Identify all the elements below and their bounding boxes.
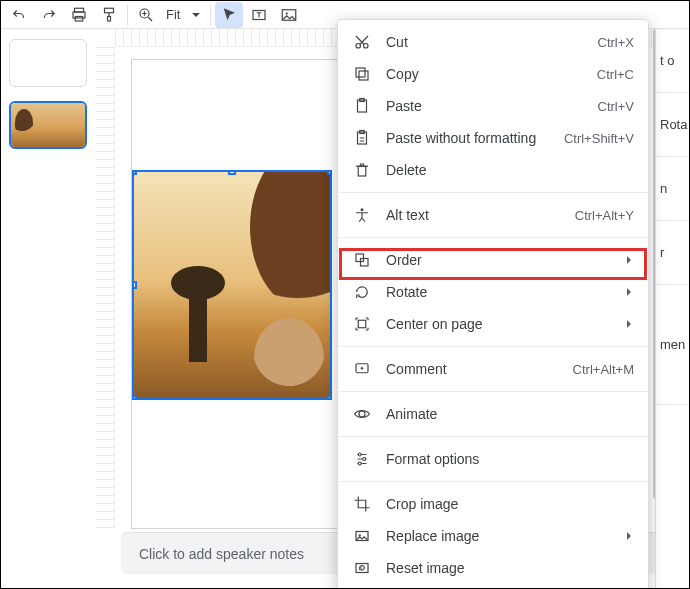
svg-point-25	[363, 458, 366, 461]
menu-label: Alt text	[386, 207, 429, 223]
print-button[interactable]	[65, 2, 93, 28]
copy-icon	[352, 64, 372, 84]
menu-animate[interactable]: Animate	[338, 398, 648, 430]
replace-image-icon	[352, 526, 372, 546]
menu-separator	[338, 237, 648, 238]
crop-icon	[352, 494, 372, 514]
svg-rect-2	[75, 16, 83, 21]
svg-point-8	[286, 12, 288, 14]
separator	[127, 5, 128, 25]
svg-point-10	[364, 44, 369, 49]
submenu-caret-icon	[624, 528, 634, 544]
zoom-in-icon[interactable]	[132, 2, 160, 28]
image-tool-button[interactable]	[275, 2, 303, 28]
image-content	[254, 318, 324, 398]
menu-label: Replace image	[386, 528, 479, 544]
menu-copy[interactable]: Copy Ctrl+C	[338, 58, 648, 90]
selected-image[interactable]	[132, 170, 332, 400]
svg-point-23	[359, 411, 365, 417]
menu-shortcut: Ctrl+Alt+Y	[575, 208, 634, 223]
paint-format-button[interactable]	[95, 2, 123, 28]
vertical-ruler	[97, 47, 115, 528]
menu-separator	[338, 192, 648, 193]
menu-label: Rotate	[386, 284, 427, 300]
menu-alt-text[interactable]: Alt text Ctrl+Alt+Y	[338, 199, 648, 231]
animate-icon	[352, 404, 372, 424]
resize-handle[interactable]	[132, 281, 137, 289]
svg-rect-19	[356, 254, 364, 262]
textbox-tool-button[interactable]	[245, 2, 273, 28]
menu-label: Animate	[386, 406, 437, 422]
trash-icon	[352, 160, 372, 180]
submenu-caret-icon	[624, 284, 634, 300]
svg-point-24	[358, 453, 361, 456]
submenu-caret-icon	[624, 316, 634, 332]
menu-comment[interactable]: Comment Ctrl+Alt+M	[338, 353, 648, 385]
svg-rect-17	[358, 166, 366, 176]
svg-rect-3	[105, 8, 114, 13]
center-icon	[352, 314, 372, 334]
menu-reset-image[interactable]: Reset image	[338, 552, 648, 584]
svg-rect-20	[361, 259, 369, 267]
svg-point-26	[358, 462, 361, 465]
svg-rect-4	[108, 16, 111, 21]
menu-label: Crop image	[386, 496, 458, 512]
select-tool-button[interactable]	[215, 2, 243, 28]
sidebar-fragment-text: men	[656, 285, 689, 405]
zoom-dropdown[interactable]: Fit	[164, 7, 206, 22]
menu-rotate[interactable]: Rotate	[338, 276, 648, 308]
speaker-notes-placeholder: Click to add speaker notes	[139, 546, 304, 562]
undo-button[interactable]	[5, 2, 33, 28]
menu-crop-image[interactable]: Crop image	[338, 488, 648, 520]
svg-rect-11	[359, 71, 368, 80]
menu-shortcut: Ctrl+V	[598, 99, 634, 114]
submenu-caret-icon	[624, 252, 634, 268]
menu-replace-image[interactable]: Replace image	[338, 520, 648, 552]
accessibility-icon	[352, 205, 372, 225]
menu-label: Delete	[386, 162, 426, 178]
menu-order[interactable]: Order	[338, 244, 648, 276]
slide-thumbnail-panel	[1, 29, 97, 588]
sidebar-fragment-text: n	[656, 157, 689, 221]
menu-label: Reset image	[386, 560, 465, 576]
menu-shortcut: Ctrl+Alt+M	[573, 362, 634, 377]
slide-thumbnail-1[interactable]	[9, 39, 87, 87]
menu-cut[interactable]: Cut Ctrl+X	[338, 26, 648, 58]
svg-point-18	[361, 208, 364, 211]
menu-separator	[338, 481, 648, 482]
zoom-label: Fit	[164, 7, 186, 22]
separator	[210, 5, 211, 25]
format-options-icon	[352, 449, 372, 469]
menu-shortcut: Ctrl+C	[597, 67, 634, 82]
menu-label: Center on page	[386, 316, 483, 332]
svg-rect-12	[356, 68, 365, 77]
menu-separator	[338, 391, 648, 392]
menu-label: Copy	[386, 66, 419, 82]
resize-handle[interactable]	[228, 170, 236, 175]
menu-format-options[interactable]: Format options	[338, 443, 648, 475]
menu-paste-without-formatting[interactable]: Paste without formatting Ctrl+Shift+V	[338, 122, 648, 154]
menu-delete[interactable]: Delete	[338, 154, 648, 186]
sidebar-fragment-text: Rota	[656, 93, 689, 157]
menu-label: Cut	[386, 34, 408, 50]
menu-label: Comment	[386, 361, 447, 377]
slide-thumbnail-2[interactable]	[9, 101, 87, 149]
svg-rect-21	[358, 320, 366, 328]
menu-separator	[338, 436, 648, 437]
resize-handle[interactable]	[327, 395, 332, 400]
sidebar-fragment-text: r	[656, 221, 689, 285]
resize-handle[interactable]	[327, 170, 332, 175]
menu-paste[interactable]: Paste Ctrl+V	[338, 90, 648, 122]
sidebar-fragment-text: t o	[656, 29, 689, 93]
resize-handle[interactable]	[132, 395, 137, 400]
menu-center-on-page[interactable]: Center on page	[338, 308, 648, 340]
rotate-icon	[352, 282, 372, 302]
comment-icon	[352, 359, 372, 379]
menu-shortcut: Ctrl+X	[598, 35, 634, 50]
menu-shortcut: Ctrl+Shift+V	[564, 131, 634, 146]
menu-label: Order	[386, 252, 422, 268]
resize-handle[interactable]	[132, 170, 137, 175]
thumbnail-image	[11, 103, 85, 147]
redo-button[interactable]	[35, 2, 63, 28]
menu-separator	[338, 346, 648, 347]
